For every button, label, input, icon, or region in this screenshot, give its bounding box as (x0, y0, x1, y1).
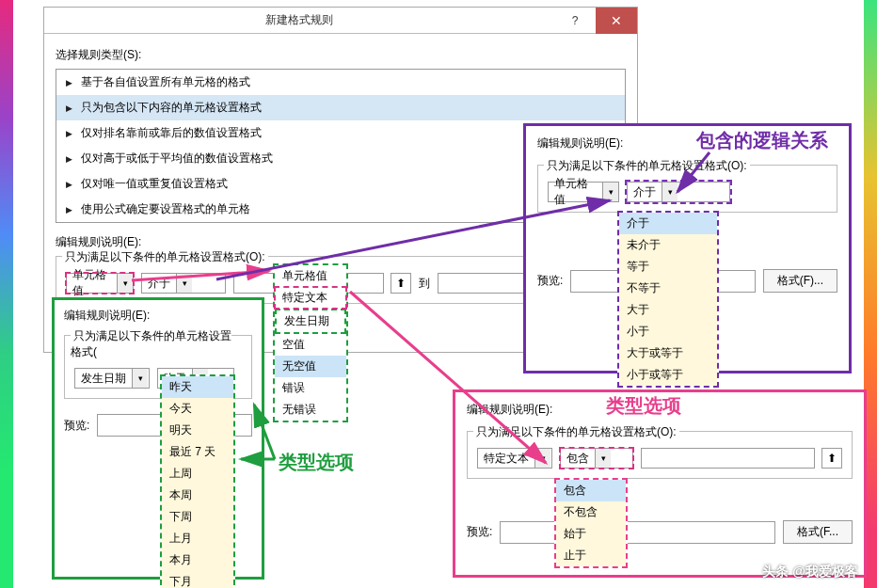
rule-1[interactable]: 只为包含以下内容的单元格设置格式 (56, 95, 625, 120)
ann-logic-relation: 包含的逻辑关系 (696, 128, 828, 153)
date-opt-5[interactable]: 本周 (162, 485, 233, 506)
text-dropdown[interactable]: 包含 不包含 始于 止于 (554, 478, 628, 568)
date-opt-7[interactable]: 上月 (162, 528, 233, 549)
logic-format-button[interactable]: 格式(F)... (763, 269, 837, 293)
date-opt-1[interactable]: 今天 (162, 398, 233, 420)
text-opt-3[interactable]: 止于 (556, 545, 626, 566)
chevron-down-icon: ▾ (176, 274, 192, 293)
opt-date[interactable]: 发生日期 (275, 309, 346, 334)
opt-specific-text[interactable]: 特定文本 (275, 287, 346, 309)
logic-opt-2[interactable]: 等于 (619, 256, 717, 278)
logic-left-combo[interactable]: 单元格值▾ (548, 182, 619, 202)
date-opt-9[interactable]: 下月 (162, 571, 233, 588)
ann-type-options-1: 类型选项 (279, 450, 354, 475)
text-format-button[interactable]: 格式(F... (783, 520, 853, 544)
chevron-down-icon: ▾ (602, 183, 618, 201)
help-button[interactable]: ? (554, 8, 596, 34)
date-dropdown[interactable]: 昨天 今天 明天 最近 7 天 上周 本周 下周 上月 本月 下月 (160, 374, 235, 588)
close-button[interactable]: ✕ (596, 8, 637, 34)
date-left-combo[interactable]: 发生日期▾ (74, 368, 150, 389)
cell-value-dropdown[interactable]: 单元格值 特定文本 发生日期 空值 无空值 错误 无错误 (273, 263, 348, 422)
text-preview (500, 521, 775, 544)
chevron-down-icon: ▾ (117, 274, 133, 293)
text-range-picker[interactable]: ⬆ (821, 448, 842, 469)
text-opt-0[interactable]: 包含 (556, 480, 626, 501)
date-opt-8[interactable]: 本月 (162, 549, 233, 571)
logic-group: 只为满足以下条件的单元格设置格式(O): 单元格值▾ 介于▾ (537, 165, 837, 213)
date-edit-label: 编辑规则说明(E): (64, 308, 252, 324)
text-preview-label: 预览: (467, 524, 492, 540)
range-picker-1[interactable]: ⬆ (391, 273, 411, 294)
chevron-down-icon: ▾ (595, 449, 611, 468)
chevron-down-icon: ▾ (662, 183, 678, 201)
date-opt-0[interactable]: 昨天 (162, 376, 233, 398)
opt-noblank[interactable]: 无空值 (275, 356, 346, 377)
text-left-combo[interactable]: 特定文本▾ (477, 448, 552, 469)
date-preview-label: 预览: (64, 418, 89, 434)
select-type-label: 选择规则类型(S): (56, 47, 626, 63)
text-opt-1[interactable]: 不包含 (556, 501, 626, 523)
date-opt-6[interactable]: 下周 (162, 506, 233, 528)
text-value-input[interactable] (641, 448, 815, 469)
date-opt-4[interactable]: 上周 (162, 463, 233, 485)
chevron-down-icon: ▾ (534, 449, 550, 468)
text-opt-2[interactable]: 始于 (556, 523, 626, 545)
opt-cell-value[interactable]: 单元格值 (275, 265, 346, 287)
logic-opt-7[interactable]: 小于或等于 (619, 364, 717, 386)
opt-noerror[interactable]: 无错误 (275, 399, 346, 421)
condition-label: 只为满足以下条件的单元格设置格式(O): (62, 250, 268, 263)
logic-opt-5[interactable]: 小于 (619, 321, 717, 342)
between-label: 到 (419, 276, 430, 292)
ann-type-options-2: 类型选项 (606, 393, 681, 419)
opt-blank[interactable]: 空值 (275, 334, 346, 356)
rule-0[interactable]: 基于各自值设置所有单元格的格式 (56, 70, 625, 95)
logic-opt-3[interactable]: 不等于 (619, 278, 717, 299)
cell-value-combo[interactable]: 单元格值▾ (66, 273, 134, 294)
date-opt-3[interactable]: 最近 7 天 (162, 441, 233, 463)
logic-preview-label: 预览: (537, 273, 563, 289)
date-opt-2[interactable]: 明天 (162, 420, 233, 441)
logic-opt-6[interactable]: 大于或等于 (619, 342, 717, 364)
dialog-title: 新建格式规则 (44, 12, 554, 28)
titlebar: 新建格式规则 ? ✕ (44, 8, 637, 34)
logic-opt-1[interactable]: 未介于 (619, 234, 717, 256)
text-group: 只为满足以下条件的单元格设置格式(O): 特定文本▾ 包含▾ ⬆ (467, 431, 853, 479)
watermark: 头条 @我爱极客 (762, 564, 858, 580)
logic-opt-4[interactable]: 大于 (619, 299, 717, 321)
chevron-down-icon: ▾ (132, 369, 148, 388)
logic-op-combo[interactable]: 介于▾ (627, 182, 730, 202)
gradient-left (0, 0, 13, 588)
opt-error[interactable]: 错误 (275, 377, 346, 399)
logic-dropdown[interactable]: 介于 未介于 等于 不等于 大于 小于 大于或等于 小于或等于 (617, 211, 719, 388)
logic-opt-0[interactable]: 介于 (619, 213, 717, 234)
text-op-combo[interactable]: 包含▾ (560, 448, 633, 469)
operator-combo[interactable]: 介于▾ (141, 273, 226, 294)
